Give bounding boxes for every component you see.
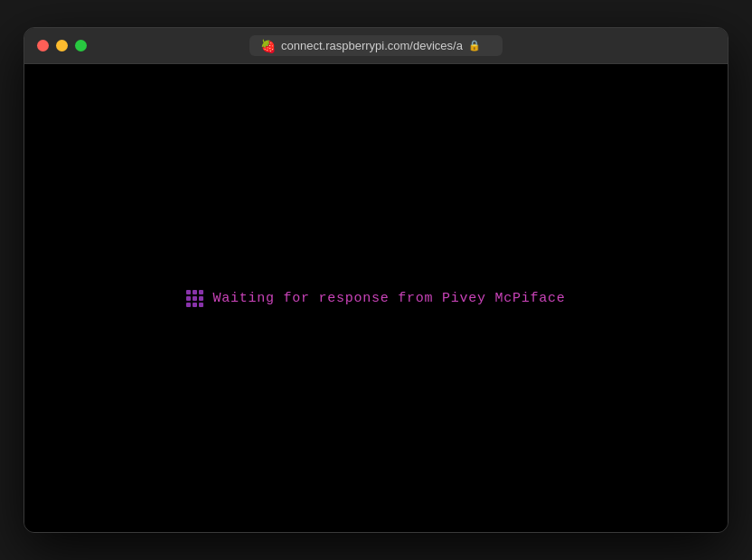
browser-window: 🍓 connect.raspberrypi.com/devices/a 🔒 Wa…	[24, 27, 728, 533]
maximize-button[interactable]	[75, 40, 87, 51]
dot	[186, 296, 191, 301]
minimize-button[interactable]	[56, 40, 68, 51]
browser-content: Waiting for response from Pivey McPiface	[24, 64, 728, 532]
address-bar[interactable]: 🍓 connect.raspberrypi.com/devices/a 🔒	[249, 35, 503, 56]
dot	[193, 296, 197, 301]
dot	[193, 290, 197, 294]
dot	[199, 296, 203, 301]
waiting-message: Waiting for response from Pivey McPiface	[212, 291, 565, 306]
url-text: connect.raspberrypi.com/devices/a	[281, 39, 463, 52]
spinner-icon	[186, 290, 203, 307]
traffic-lights	[37, 40, 87, 51]
dot	[199, 303, 203, 307]
dot	[193, 303, 197, 307]
dot	[199, 290, 203, 294]
waiting-container: Waiting for response from Pivey McPiface	[186, 290, 565, 307]
raspberry-icon: 🍓	[260, 40, 276, 52]
lock-icon: 🔒	[468, 40, 481, 51]
close-button[interactable]	[37, 40, 49, 51]
titlebar: 🍓 connect.raspberrypi.com/devices/a 🔒	[24, 28, 728, 64]
dot	[186, 303, 191, 307]
dot	[186, 290, 191, 294]
